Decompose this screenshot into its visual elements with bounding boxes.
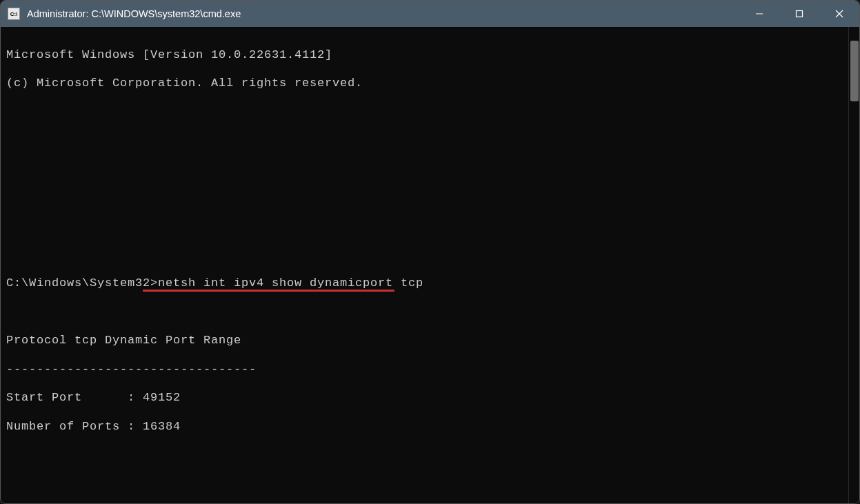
close-button[interactable] — [819, 1, 859, 27]
output-divider: --------------------------------- — [6, 363, 843, 377]
svg-rect-1 — [797, 11, 803, 17]
window-controls — [739, 1, 859, 27]
command-line-1: C:\Windows\System32>netsh int ipv4 show … — [6, 276, 843, 291]
scrollbar-thumb[interactable] — [850, 41, 859, 101]
minimize-button[interactable] — [739, 1, 779, 27]
window-title: Administrator: C:\WINDOWS\system32\cmd.e… — [27, 8, 739, 19]
copyright-line: (c) Microsoft Corporation. All rights re… — [6, 77, 843, 91]
output-start-port: Start Port : 49152 — [6, 391, 843, 405]
command-1: netsh int ipv4 show dynamicport tcp — [158, 276, 423, 290]
prompt: C:\Windows\System32> — [6, 276, 158, 290]
version-line: Microsoft Windows [Version 10.0.22631.41… — [6, 48, 843, 63]
titlebar[interactable]: C:\ Administrator: C:\WINDOWS\system32\c… — [1, 1, 859, 27]
maximize-icon — [795, 10, 803, 18]
maximize-button[interactable] — [779, 1, 819, 27]
close-icon — [835, 10, 843, 18]
cmd-icon: C:\ — [8, 8, 20, 20]
terminal-output[interactable]: Microsoft Windows [Version 10.0.22631.41… — [1, 27, 848, 503]
cmd-window: C:\ Administrator: C:\WINDOWS\system32\c… — [0, 0, 860, 504]
minimize-icon — [755, 10, 763, 18]
output-header: Protocol tcp Dynamic Port Range — [6, 334, 843, 348]
annotation-underline — [143, 290, 394, 292]
output-num-ports: Number of Ports : 16384 — [6, 420, 843, 434]
terminal-area: Microsoft Windows [Version 10.0.22631.41… — [1, 27, 859, 503]
scrollbar-track[interactable] — [848, 27, 859, 503]
